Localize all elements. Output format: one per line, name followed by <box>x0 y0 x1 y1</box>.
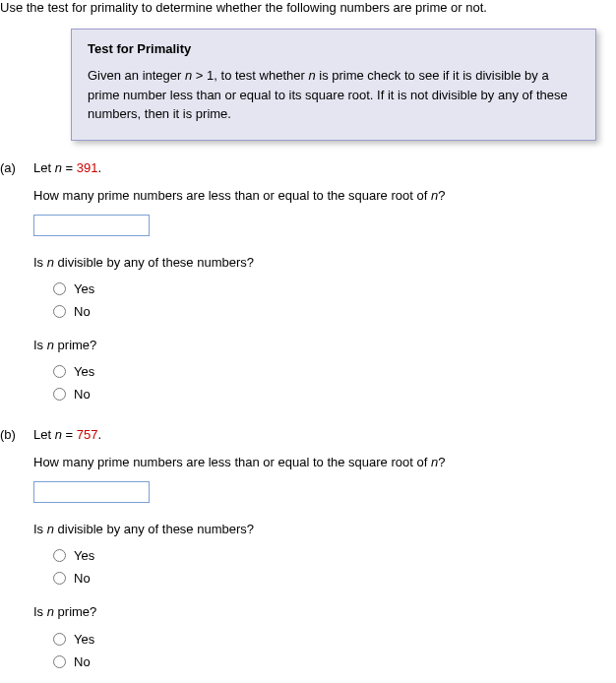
label-yes: Yes <box>74 632 94 647</box>
radio-divisible-b: Yes No <box>53 548 616 586</box>
label-no: No <box>74 654 91 669</box>
radio-prime-yes-b[interactable] <box>53 633 66 646</box>
let-pre: Let <box>33 160 55 175</box>
q1-post: ? <box>438 188 445 203</box>
var-n: n <box>47 522 54 536</box>
q2-post: divisible by any of these numbers? <box>54 522 254 536</box>
let-line-b: Let n = 757. <box>33 427 616 442</box>
question-divisible-a: Is n divisible by any of these numbers? <box>33 254 616 272</box>
label-yes: Yes <box>74 364 94 379</box>
answer-input-b[interactable] <box>33 481 150 503</box>
question-divisible-b: Is n divisible by any of these numbers? <box>33 521 616 538</box>
theorem-body: Given an integer n > 1, to test whether … <box>88 66 580 124</box>
theorem-text-pre: Given an integer <box>88 68 185 83</box>
part-b: (b) Let n = 757. How many prime numbers … <box>0 427 616 683</box>
period: . <box>97 427 101 442</box>
question-prime-a: Is n prime? <box>33 337 616 354</box>
radio-divisible-yes-a[interactable] <box>53 282 66 295</box>
q2-pre: Is <box>33 522 47 536</box>
var-n: n <box>308 68 315 83</box>
let-line-a: Let n = 391. <box>33 160 616 175</box>
radio-prime-no-b[interactable] <box>53 655 66 668</box>
var-n: n <box>47 338 54 352</box>
q3-pre: Is <box>33 338 47 352</box>
radio-prime-b: Yes No <box>53 632 616 669</box>
intro-text: Use the test for primality to determine … <box>0 0 616 29</box>
question-count-a: How many prime numbers are less than or … <box>33 187 616 205</box>
n-value-b: 757 <box>77 427 98 442</box>
radio-prime-a: Yes No <box>53 364 616 402</box>
radio-divisible-no-a[interactable] <box>53 305 66 318</box>
theorem-title: Test for Primality <box>88 41 580 56</box>
label-no: No <box>74 387 91 402</box>
radio-divisible-yes-b[interactable] <box>53 549 66 562</box>
q1-post: ? <box>438 455 445 469</box>
q2-post: divisible by any of these numbers? <box>54 255 254 270</box>
q3-pre: Is <box>33 604 47 619</box>
var-n: n <box>47 255 54 270</box>
n-value-a: 391 <box>77 160 98 175</box>
q3-post: prime? <box>54 604 96 619</box>
let-pre: Let <box>33 427 55 442</box>
q2-pre: Is <box>33 255 47 270</box>
var-n: n <box>55 160 62 175</box>
q1-pre: How many prime numbers are less than or … <box>33 455 431 469</box>
let-eq: = <box>62 427 77 442</box>
theorem-text-cond: > 1, to test whether <box>192 68 308 83</box>
period: . <box>97 160 101 175</box>
label-no: No <box>74 571 91 586</box>
label-yes: Yes <box>74 281 94 296</box>
radio-divisible-no-b[interactable] <box>53 572 66 585</box>
part-label-a: (a) <box>0 160 33 420</box>
let-eq: = <box>62 160 77 175</box>
answer-input-a[interactable] <box>33 215 150 236</box>
q1-pre: How many prime numbers are less than or … <box>33 188 431 203</box>
q3-post: prime? <box>54 338 96 352</box>
radio-prime-no-a[interactable] <box>53 388 66 401</box>
part-a: (a) Let n = 391. How many prime numbers … <box>0 160 616 420</box>
question-prime-b: Is n prime? <box>33 603 616 621</box>
var-n: n <box>47 604 54 619</box>
question-count-b: How many prime numbers are less than or … <box>33 454 616 471</box>
var-n: n <box>55 427 62 442</box>
radio-divisible-a: Yes No <box>53 281 616 319</box>
radio-prime-yes-a[interactable] <box>53 365 66 378</box>
label-no: No <box>74 304 91 319</box>
label-yes: Yes <box>74 548 94 563</box>
theorem-box: Test for Primality Given an integer n > … <box>71 29 596 141</box>
part-label-b: (b) <box>0 427 33 683</box>
